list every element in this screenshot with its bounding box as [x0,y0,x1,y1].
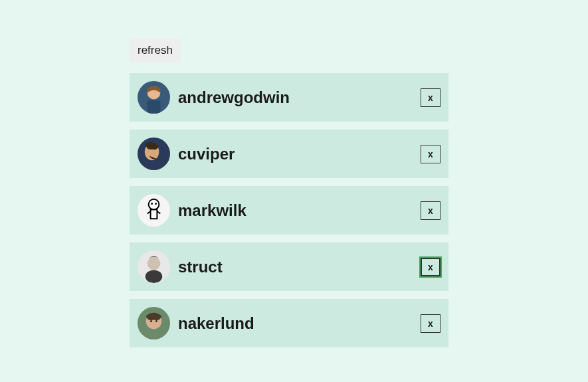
close-button[interactable]: x [421,88,441,107]
list-item: andrewgodwin x [130,73,448,122]
list-item: markwilk x [130,186,448,235]
svg-point-14 [146,270,162,283]
list-item: cuviper x [130,130,448,178]
svg-point-7 [151,203,153,205]
avatar [138,81,170,114]
username-link[interactable]: markwilk [178,201,413,220]
avatar [138,307,170,339]
avatar [138,250,170,283]
avatar [138,194,170,227]
svg-rect-9 [151,210,157,219]
list-item: nakerlund x [130,299,448,347]
username-link[interactable]: nakerlund [178,314,413,333]
svg-rect-2 [147,100,161,114]
close-button[interactable]: x [421,145,441,163]
username-link[interactable]: struct [178,258,413,276]
svg-point-17 [150,320,152,322]
username-link[interactable]: andrewgodwin [178,88,413,107]
username-link[interactable]: cuviper [178,145,413,163]
close-button[interactable]: x [421,258,441,276]
svg-point-8 [155,203,157,205]
svg-point-13 [147,257,161,270]
list-item: struct x [130,242,448,291]
close-button[interactable]: x [421,201,441,220]
svg-point-6 [149,199,159,210]
close-button[interactable]: x [421,314,441,333]
user-list: andrewgodwin x cuviper x [130,73,448,347]
avatar [138,138,170,170]
refresh-button[interactable]: refresh [130,39,181,62]
svg-point-18 [155,320,157,322]
